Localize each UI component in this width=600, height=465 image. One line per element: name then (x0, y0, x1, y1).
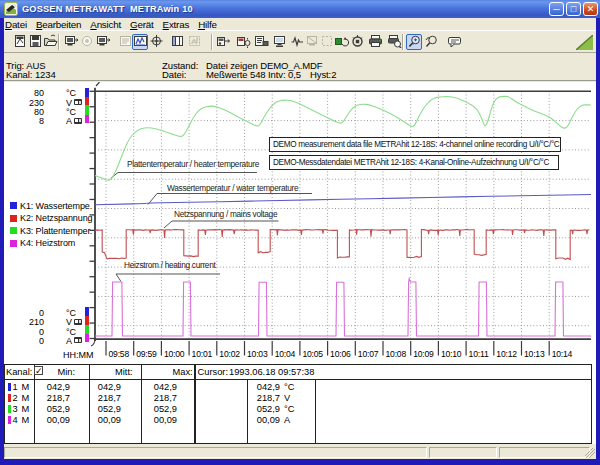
title-bar[interactable]: GOSSEN METRAWATT METRAwin 10 ─ □ ✕ (0, 0, 600, 18)
datei-label: Datei: (162, 69, 186, 80)
menu-item-extras[interactable]: Extras (158, 18, 194, 31)
file-save-button[interactable] (27, 34, 43, 50)
import-screen-icon (96, 34, 111, 50)
device-read-button[interactable] (215, 34, 231, 50)
table-header-checkbox[interactable]: ✓ (34, 366, 43, 375)
intv-value: Intv: 0,5 (268, 69, 301, 80)
scale-max-K4: 8 (14, 117, 44, 126)
application-window: GOSSEN METRAWATT METRAwin 10 ─ □ ✕ Datei… (0, 0, 600, 465)
live-signal-button[interactable] (289, 34, 305, 50)
scale-spinner-icon[interactable] (74, 319, 82, 325)
row-unit-4: A (284, 415, 290, 425)
row-channel-1: 1 (13, 382, 18, 392)
row-mitt-4: 00,09 (91, 415, 121, 425)
file-open-button[interactable] (42, 34, 58, 50)
curve-annotation-1: Wassertemperatur / water temperature (167, 183, 298, 193)
live-signal-icon (290, 34, 305, 50)
import-screen-button[interactable] (95, 34, 111, 50)
file-new-button[interactable] (12, 34, 28, 50)
row-min-3: 052,9 (40, 404, 70, 414)
record-stop-button[interactable] (349, 34, 365, 50)
print-button[interactable] (367, 34, 383, 50)
minimize-button[interactable]: ─ (549, 2, 564, 16)
row-cursor-2: 218,7 (250, 393, 280, 403)
print-preview-icon (387, 34, 402, 50)
table-header-max: Max: (173, 367, 193, 377)
row-color-2 (8, 394, 11, 402)
view-chart-button[interactable] (132, 34, 148, 50)
legend-label-K3: K3: Plattentemper. (20, 226, 92, 236)
zoom-edit-button[interactable] (423, 34, 439, 50)
menu-item-bearbeiten[interactable]: Bearbeiten (31, 18, 85, 31)
row-mitt-2: 218,7 (91, 393, 121, 403)
time-tick-label: 10:01 (192, 349, 213, 359)
device-monitor-button[interactable] (271, 34, 287, 50)
demo-box-0: DEMO measurement data file METRAhit 12-1… (269, 137, 561, 152)
zoom-in-icon (407, 34, 422, 50)
device-list-button[interactable] (253, 34, 269, 50)
comment-button[interactable] (446, 34, 462, 50)
time-tick-label: 10:05 (302, 349, 323, 359)
time-tick-label: 09:58 (109, 349, 130, 359)
row-channel-3: 3 (13, 404, 18, 414)
scale-strip-K1 (85, 88, 89, 97)
row-cursor-4: 00,09 (250, 415, 280, 425)
device-offline-icon (305, 34, 320, 50)
zoom-in-button[interactable] (406, 34, 422, 50)
table-header-mitt: Mitt: (115, 367, 133, 377)
status-panel-3 (499, 447, 590, 458)
curve-annotation-3: Heizstrom / heating current (124, 260, 216, 270)
view-crosshair-icon (149, 34, 164, 50)
time-tick-label: 10:10 (441, 349, 462, 359)
table-header-cursor: Cursor: (198, 367, 228, 377)
print-preview-button[interactable] (386, 34, 402, 50)
view-crosshair-button[interactable] (148, 34, 164, 50)
curve-K2 (95, 229, 589, 259)
legend-color-K2 (10, 215, 17, 222)
chart-plot (4, 82, 596, 360)
device-config-icon (236, 34, 251, 50)
view-values-button (117, 34, 133, 50)
file-new-icon (13, 34, 28, 50)
scale-unit-K4: A (66, 117, 72, 126)
window-title-app: METRAwin 10 (130, 4, 193, 14)
toolbar-separator (402, 34, 404, 50)
measurement-table: Kanal:✓Min:Mitt:Max:Cursor:1993.06.18 09… (4, 360, 596, 444)
row-channel-2: 2 (13, 393, 18, 403)
time-tick-label: 09:59 (136, 349, 157, 359)
view-table-button[interactable] (169, 34, 185, 50)
toolbar-separator (211, 34, 213, 50)
time-tick-label: 10:08 (386, 349, 407, 359)
row-color-1 (8, 383, 11, 391)
table-header-kanal: Kanal: (6, 367, 32, 377)
scale-spinner-icon[interactable] (74, 337, 82, 343)
row-min-1: 042,9 (40, 382, 70, 392)
resize-grip[interactable] (585, 448, 595, 458)
record-start-icon (334, 34, 349, 50)
time-tick-label: 10:07 (358, 349, 379, 359)
menu-item-hilfe[interactable]: Hilfe (194, 18, 222, 31)
menu-item-datei[interactable]: Datei (4, 18, 31, 31)
device-config-button[interactable] (235, 34, 251, 50)
maximize-button[interactable]: □ (566, 2, 581, 16)
export-screen-button[interactable] (63, 34, 79, 50)
view-values-icon (118, 34, 133, 50)
scale-strip-K4 (85, 334, 89, 342)
scale-spinner-icon[interactable] (74, 99, 82, 105)
legend-color-K1 (10, 202, 17, 209)
view-chart-icon (133, 34, 148, 50)
table-top-border (4, 364, 592, 365)
table-column-line (89, 364, 90, 443)
row-max-1: 042,9 (147, 382, 177, 392)
menu-item-gert[interactable]: Gerät (126, 18, 159, 31)
chart-area[interactable]: 80°C230V80°C8A0°C210V0°C0AK1: Wassertemp… (4, 82, 596, 360)
scale-spinner-icon[interactable] (74, 118, 82, 124)
app-icon (4, 2, 18, 16)
close-button[interactable]: ✕ (583, 2, 598, 16)
menu-item-ansicht[interactable]: Ansicht (86, 18, 126, 31)
record-start-button[interactable] (333, 34, 349, 50)
table-column-line (195, 364, 196, 443)
time-tick-label: 10:11 (469, 349, 489, 359)
table-column-line (141, 364, 142, 443)
device-monitor-icon (272, 34, 287, 50)
